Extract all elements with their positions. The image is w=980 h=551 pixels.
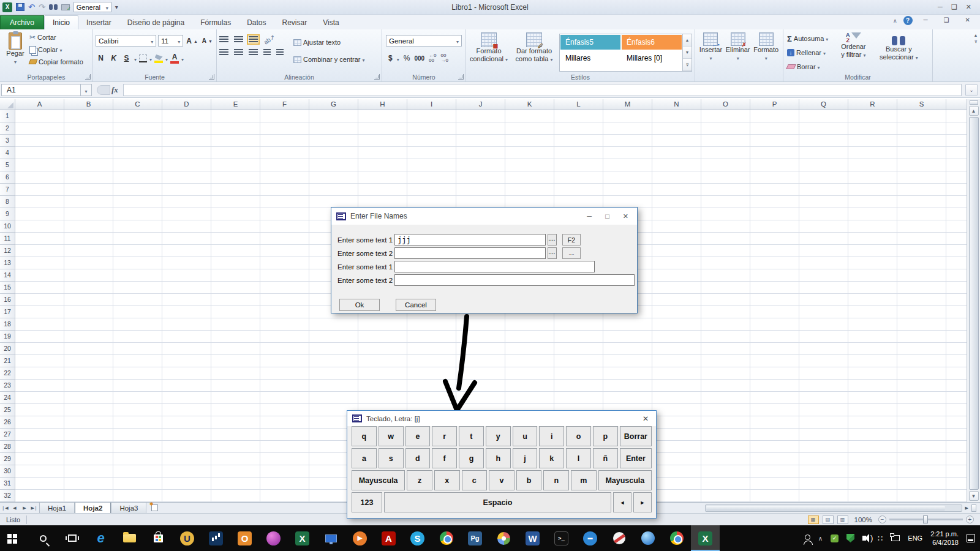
column-header[interactable]: J: [456, 99, 505, 110]
align-bottom-icon[interactable]: [249, 36, 258, 43]
taskbar-icon-ultraedit[interactable]: U: [173, 525, 202, 551]
keyboard-key[interactable]: f: [432, 448, 457, 468]
keyboard-key[interactable]: c: [462, 470, 488, 490]
taskbar-icon-chrome[interactable]: [432, 525, 461, 551]
keyboard-key[interactable]: j: [513, 448, 538, 468]
ribbon-tab[interactable]: Fórmulas: [192, 16, 239, 29]
column-header[interactable]: I: [407, 99, 456, 110]
dialog-title-bar[interactable]: Enter File Names ─ □ ✕: [331, 208, 637, 225]
autosum-button[interactable]: Σ Autosuma: [786, 34, 829, 44]
insert-cells-button[interactable]: ←▪ Insertar: [699, 31, 722, 72]
sheet-tab-hoja3[interactable]: Hoja3: [111, 503, 146, 513]
column-header[interactable]: C: [113, 99, 162, 110]
taskbar-icon-search[interactable]: [29, 525, 58, 551]
row-header[interactable]: 25: [0, 404, 15, 416]
bold-button[interactable]: N: [96, 54, 106, 62]
keyboard-key[interactable]: Espacio: [384, 492, 611, 512]
row-header[interactable]: 12: [0, 245, 15, 257]
workbook-minimize-button[interactable]: ─: [919, 17, 933, 25]
row-header[interactable]: 26: [0, 416, 15, 429]
column-header[interactable]: L: [554, 99, 603, 110]
sync-ok-icon[interactable]: ✓: [831, 534, 839, 542]
dialog-launcher-icon[interactable]: [458, 74, 464, 80]
keyboard-key[interactable]: l: [566, 448, 591, 468]
row-header[interactable]: 32: [0, 490, 15, 502]
action-center-icon[interactable]: [967, 534, 975, 542]
keyboard-key[interactable]: 123: [352, 492, 382, 512]
sheet-tab-hoja2[interactable]: Hoja2: [75, 503, 111, 513]
row-header[interactable]: 4: [0, 147, 15, 159]
vertical-scrollbar[interactable]: ▲ ▼: [967, 99, 980, 502]
keyboard-key[interactable]: v: [489, 470, 514, 490]
row-header[interactable]: 14: [0, 269, 15, 282]
qat-style-dropdown[interactable]: General: [74, 2, 111, 12]
insert-function-button[interactable]: fx: [110, 85, 123, 95]
row-header[interactable]: 27: [0, 429, 15, 441]
row-header[interactable]: 8: [0, 196, 15, 208]
row-header[interactable]: 28: [0, 441, 15, 453]
column-header[interactable]: Q: [799, 99, 848, 110]
row-header[interactable]: 10: [0, 220, 15, 233]
copy-button[interactable]: Copiar: [28, 43, 85, 56]
keyboard-key[interactable]: h: [486, 448, 511, 468]
row-header[interactable]: 30: [0, 465, 15, 478]
keyboard-key[interactable]: w: [379, 426, 404, 446]
keyboard-close-icon[interactable]: ✕: [643, 414, 651, 423]
taskbar-icon-postgresql[interactable]: Pg: [461, 525, 489, 551]
align-right-icon[interactable]: [249, 49, 258, 56]
print-icon[interactable]: [61, 4, 70, 10]
scroll-up-icon[interactable]: ▲: [969, 106, 979, 116]
keyboard-key[interactable]: i: [539, 426, 564, 446]
zoom-track[interactable]: [889, 519, 963, 520]
row-headers[interactable]: 1234567891011121314151617181920212223242…: [0, 110, 15, 502]
row-header[interactable]: 29: [0, 453, 15, 465]
cancel-button[interactable]: Cancel: [396, 299, 436, 311]
column-header[interactable]: D: [162, 99, 211, 110]
last-sheet-icon[interactable]: ▶❘: [29, 503, 39, 513]
merge-center-button[interactable]: Combinar y centrar: [292, 53, 366, 66]
row-header[interactable]: 23: [0, 380, 15, 392]
row-header[interactable]: 18: [0, 318, 15, 331]
help-icon[interactable]: ?: [903, 16, 913, 25]
redo-icon[interactable]: ↷: [39, 3, 45, 11]
workbook-close-button[interactable]: ✕: [960, 17, 975, 25]
next-sheet-icon[interactable]: ▶: [20, 503, 29, 513]
formula-input[interactable]: [123, 84, 962, 96]
clear-button[interactable]: Borrar: [786, 61, 829, 72]
f2-button[interactable]: F2: [562, 234, 581, 246]
column-headers[interactable]: ABCDEFGHIJKLMNOPQRS: [15, 99, 967, 110]
tab-split-handle[interactable]: [971, 504, 976, 512]
chevron-down-icon[interactable]: [134, 53, 137, 64]
row-header[interactable]: 17: [0, 306, 15, 318]
hscroll-thumb[interactable]: [706, 506, 945, 511]
decrease-decimal-icon[interactable]: 00→0: [441, 53, 448, 63]
taskbar-icon-paint-3d[interactable]: [259, 525, 288, 551]
keyboard-key[interactable]: n: [543, 470, 569, 490]
keyboard-key[interactable]: o: [566, 426, 591, 446]
format-as-table-button[interactable]: 🖊 Dar formato como tabla: [513, 31, 556, 72]
browse-button-2[interactable]: ▪▪▪▪: [548, 247, 557, 259]
taskbar-icon-palette-app[interactable]: [489, 525, 518, 551]
taskbar-icon-file-explorer[interactable]: [115, 525, 144, 551]
text-input-3[interactable]: [394, 261, 595, 272]
fill-button[interactable]: ↓ Rellenar: [786, 48, 829, 58]
text-input-4[interactable]: [394, 274, 635, 286]
keyboard-key[interactable]: e: [405, 426, 431, 446]
row-header[interactable]: 24: [0, 392, 15, 404]
page-break-view-button[interactable]: ▥: [837, 515, 848, 524]
taskbar-icon-edge[interactable]: e: [86, 525, 115, 551]
keyboard-key[interactable]: x: [434, 470, 460, 490]
normal-view-button[interactable]: ▦: [808, 515, 819, 524]
keyboard-key[interactable]: ◄: [613, 492, 631, 512]
taskbar-icon-meeting-app[interactable]: ▬: [576, 525, 605, 551]
keyboard-key[interactable]: Mayuscula: [598, 470, 652, 490]
keyboard-key[interactable]: k: [539, 448, 564, 468]
align-left-icon[interactable]: [219, 49, 228, 56]
align-middle-icon[interactable]: [234, 36, 243, 43]
font-family-select[interactable]: Calibri: [96, 35, 156, 47]
column-header[interactable]: R: [848, 99, 897, 110]
keyboard-key[interactable]: ►: [633, 492, 652, 512]
keyboard-key[interactable]: Enter: [620, 448, 652, 468]
people-icon[interactable]: [805, 534, 810, 540]
tray-chevron-icon[interactable]: ∧: [818, 535, 823, 542]
